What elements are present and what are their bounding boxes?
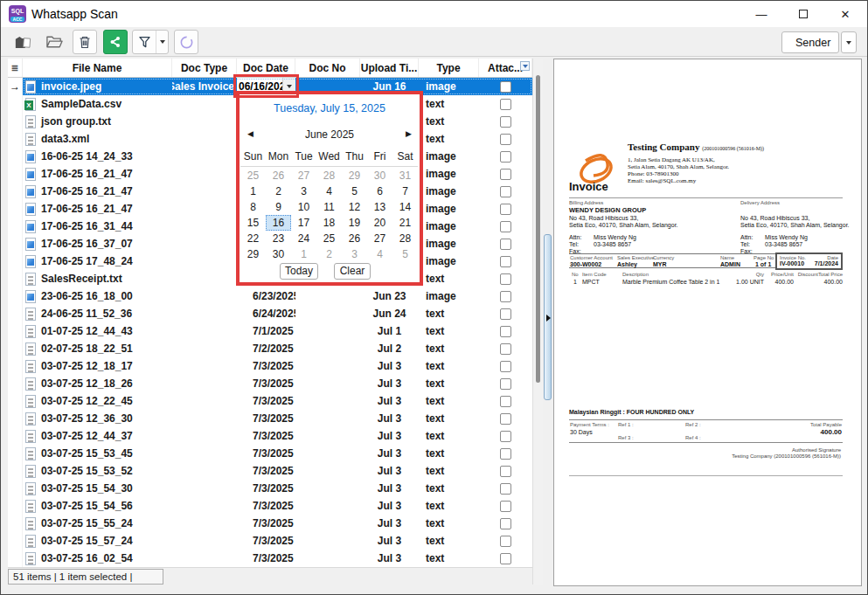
table-row[interactable]: 24-06-25 11_52_366/24/2025Jun 24text <box>8 305 532 322</box>
cell-file-name[interactable]: 03-07-25 15_53_45 <box>23 445 172 462</box>
cell-attachment[interactable] <box>479 445 532 462</box>
print-export-button[interactable] <box>11 30 36 54</box>
cell-doc-type[interactable] <box>172 532 237 550</box>
calendar-day[interactable]: 25 <box>316 231 342 246</box>
cell-type[interactable]: text <box>419 480 479 497</box>
cell-type[interactable]: image <box>419 287 479 305</box>
cell-doc-type[interactable] <box>172 375 237 392</box>
attachment-checkbox[interactable] <box>500 466 511 477</box>
table-row[interactable]: 03-07-25 12_44_377/3/2025Jul 3text <box>8 427 532 445</box>
cell-file-name[interactable]: 03-07-25 12_18_17 <box>23 357 172 375</box>
cell-file-name[interactable]: 17-06-25 16_21_47 <box>23 165 172 183</box>
cell-attachment[interactable] <box>479 480 532 497</box>
attachment-checkbox[interactable] <box>500 536 511 547</box>
attachment-checkbox[interactable] <box>500 221 511 232</box>
calendar-day[interactable]: 5 <box>342 183 367 199</box>
cell-attachment[interactable] <box>479 253 532 270</box>
col-file-name[interactable]: File Name <box>23 59 172 77</box>
calendar-month-label[interactable]: June 2025 <box>240 128 420 141</box>
col-doc-date[interactable]: Doc Date <box>237 59 295 77</box>
cell-type[interactable]: text <box>419 497 479 515</box>
calendar-day[interactable]: 14 <box>392 199 418 215</box>
calendar-day[interactable]: 21 <box>392 215 418 231</box>
attachment-checkbox[interactable] <box>500 308 511 320</box>
cell-attachment[interactable] <box>479 287 532 305</box>
cell-doc-type[interactable] <box>172 183 237 200</box>
cell-type[interactable]: text <box>419 550 479 567</box>
cell-type[interactable]: image <box>419 235 479 253</box>
cell-type[interactable]: text <box>419 375 479 392</box>
cell-upload-time[interactable]: Jul 1 <box>360 322 419 340</box>
cell-doc-type[interactable] <box>172 165 237 183</box>
cell-file-name[interactable]: 03-07-25 15_54_30 <box>23 480 172 497</box>
cell-doc-date[interactable]: 6/23/2025 <box>237 287 295 305</box>
cell-upload-time[interactable]: Jul 3 <box>360 462 419 480</box>
calendar-day[interactable]: 16 <box>266 215 291 231</box>
calendar-day[interactable]: 1 <box>240 183 266 199</box>
cell-doc-date[interactable]: 7/2/2025 <box>237 340 295 357</box>
cell-attachment[interactable] <box>479 200 532 218</box>
cell-type[interactable]: text <box>419 357 479 375</box>
cell-doc-no[interactable] <box>295 550 360 567</box>
cell-type[interactable]: image <box>419 165 479 183</box>
attachment-checkbox[interactable] <box>500 99 511 110</box>
cell-upload-time[interactable]: Jul 3 <box>360 375 419 392</box>
cell-upload-time[interactable]: Jul 3 <box>360 445 419 462</box>
cell-attachment[interactable] <box>479 392 532 410</box>
cell-type[interactable]: text <box>419 515 479 532</box>
cell-doc-date[interactable]: 7/3/2025 <box>237 497 295 515</box>
maximize-button[interactable] <box>783 1 823 27</box>
cell-doc-date[interactable]: 7/3/2025 <box>237 462 295 480</box>
cell-doc-type[interactable] <box>172 270 237 287</box>
cell-file-name[interactable]: 03-07-25 15_53_52 <box>23 462 172 480</box>
table-row[interactable]: 03-07-25 12_36_307/3/2025Jul 3text <box>8 410 532 427</box>
cell-type[interactable]: text <box>419 532 479 550</box>
cell-doc-type[interactable] <box>172 392 237 410</box>
cell-doc-no[interactable] <box>295 515 360 532</box>
table-row[interactable]: 01-07-25 12_44_437/1/2025Jul 1text <box>8 322 532 340</box>
calendar-day[interactable]: 12 <box>342 199 367 215</box>
cell-attachment[interactable] <box>479 113 532 130</box>
attachment-checkbox[interactable] <box>500 134 511 145</box>
cell-doc-type[interactable] <box>172 480 237 497</box>
cell-doc-type[interactable] <box>172 253 237 270</box>
calendar-day[interactable]: 27 <box>367 231 392 246</box>
cell-file-name[interactable]: 17-06-25 16_37_07 <box>23 235 172 253</box>
scrollbar-thumb[interactable] <box>536 75 540 383</box>
cell-upload-time[interactable]: Jul 3 <box>360 480 419 497</box>
calendar-day[interactable]: 30 <box>266 246 291 262</box>
col-attachment[interactable]: Attac... <box>479 59 532 77</box>
attachment-checkbox[interactable] <box>500 448 511 460</box>
cell-doc-no[interactable] <box>295 340 360 357</box>
attachment-checkbox[interactable] <box>500 483 511 495</box>
calendar-day[interactable]: 5 <box>392 246 418 262</box>
table-row[interactable]: 23-06-25 16_18_006/23/2025Jun 23image <box>8 287 532 305</box>
cell-file-name[interactable]: 02-07-25 18_22_51 <box>23 340 172 357</box>
splitter-handle[interactable] <box>544 234 552 400</box>
cell-file-name[interactable]: 03-07-25 12_22_45 <box>23 392 172 410</box>
col-doc-no[interactable]: Doc No <box>295 59 360 77</box>
cell-upload-time[interactable]: Jul 3 <box>360 357 419 375</box>
attachment-filter-icon[interactable] <box>520 61 530 71</box>
calendar-day[interactable]: 19 <box>342 215 367 231</box>
cell-doc-date[interactable]: 7/1/2025 <box>237 322 295 340</box>
cell-type[interactable]: image <box>419 148 479 165</box>
table-row[interactable]: 03-07-25 15_53_527/3/2025Jul 3text <box>8 462 532 480</box>
cell-type[interactable]: text <box>419 445 479 462</box>
calendar-day[interactable]: 9 <box>266 199 291 215</box>
cell-type[interactable]: image <box>419 200 479 218</box>
cell-attachment[interactable] <box>479 183 532 200</box>
cell-attachment[interactable] <box>479 462 532 480</box>
cell-doc-type[interactable] <box>172 235 237 253</box>
cell-type[interactable]: text <box>419 410 479 427</box>
cell-doc-date[interactable]: 6/24/2025 <box>237 305 295 322</box>
sender-dropdown-button[interactable] <box>841 31 857 53</box>
cell-file-name[interactable]: SalesReceipt.txt <box>23 270 172 287</box>
cell-attachment[interactable] <box>479 410 532 427</box>
cell-doc-type[interactable] <box>172 148 237 165</box>
table-row[interactable]: 03-07-25 15_55_247/3/2025Jul 3text <box>8 515 532 532</box>
attachment-checkbox[interactable] <box>500 256 511 267</box>
next-month-icon[interactable]: ▶ <box>406 129 412 138</box>
cell-doc-date[interactable]: 7/3/2025 <box>237 375 295 392</box>
today-button[interactable]: Today <box>280 263 318 280</box>
